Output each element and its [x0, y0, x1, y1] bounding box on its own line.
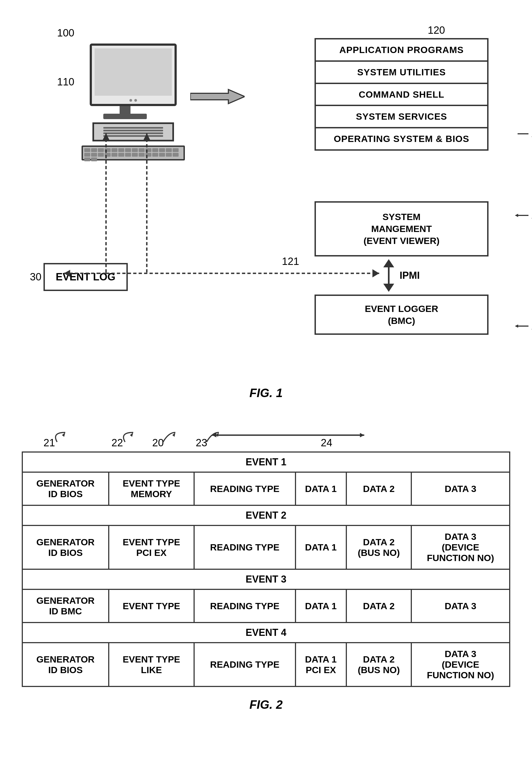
- svg-marker-1: [515, 214, 518, 217]
- event1-header-row: EVENT 1: [22, 452, 510, 472]
- monitor-base: [103, 114, 147, 119]
- key: [166, 148, 172, 152]
- application-programs-box: APPLICATION PROGRAMS: [315, 38, 488, 62]
- fig2-diagram: 21 22 20 23 24 EVENT 1: [22, 416, 510, 712]
- brace-123: [515, 130, 531, 138]
- event2-data-row: GENERATORID BIOS EVENT TYPEPCI EX READIN…: [22, 526, 510, 569]
- key: [111, 153, 117, 157]
- key: [84, 157, 90, 161]
- key: [91, 148, 97, 152]
- event4-data2: DATA 2(BUS NO): [346, 643, 411, 686]
- system-utilities-box: SYSTEM UTILITIES: [315, 62, 488, 84]
- event4-data-row: GENERATORID BIOS EVENT TYPELIKE READING …: [22, 643, 510, 686]
- cpu-box: [93, 123, 174, 141]
- key: [91, 157, 97, 161]
- key: [173, 153, 178, 157]
- software-stack: APPLICATION PROGRAMS SYSTEM UTILITIES CO…: [315, 38, 488, 151]
- event1-reading-type: READING TYPE: [194, 472, 295, 505]
- arrow-20-svg: [160, 430, 177, 443]
- key: [139, 153, 145, 157]
- svg-marker-19: [212, 433, 216, 437]
- event2-data1: DATA 1: [296, 526, 346, 569]
- event3-data1: DATA 1: [296, 589, 346, 623]
- monitor-dot: [134, 99, 137, 102]
- event4-reading-type: READING TYPE: [194, 643, 295, 686]
- key: [159, 153, 165, 157]
- system-services-box: SYSTEM SERVICES: [315, 106, 488, 128]
- event4-label: EVENT 4: [22, 623, 510, 643]
- key: [132, 148, 138, 152]
- event2-reading-type: READING TYPE: [194, 526, 295, 569]
- arrow-up: [383, 259, 394, 267]
- key: [98, 153, 104, 157]
- event2-data2: DATA 2(BUS NO): [346, 526, 411, 569]
- event3-event-type: EVENT TYPE: [109, 589, 194, 623]
- event2-header-row: EVENT 2: [22, 505, 510, 526]
- monitor-screen: [95, 48, 172, 96]
- label-121: 121: [282, 256, 299, 267]
- label-111-group: 111: [515, 321, 532, 332]
- monitor-stand: [120, 106, 130, 114]
- event3-data2: DATA 2: [346, 589, 411, 623]
- label-120: 120: [428, 25, 445, 36]
- ipmi-vertical-arrows: [383, 259, 394, 292]
- monitor: [90, 44, 177, 106]
- key: [146, 153, 151, 157]
- event3-data-row: GENERATORID BMC EVENT TYPE READING TYPE …: [22, 589, 510, 623]
- event3-label: EVENT 3: [22, 569, 510, 589]
- vert-line: [388, 267, 389, 284]
- key: [84, 153, 90, 157]
- computer-illustration: [82, 44, 185, 152]
- monitor-dots: [129, 99, 137, 102]
- fig1-caption: FIG. 1: [22, 386, 510, 400]
- label-111: 111: [531, 321, 532, 332]
- event1-event-type: EVENT TYPEMEMORY: [109, 472, 194, 505]
- key: [152, 148, 158, 152]
- arrow-computer-to-stack: [190, 88, 245, 105]
- key: [159, 148, 165, 152]
- key: [139, 148, 145, 152]
- label-110: 110: [57, 76, 74, 88]
- event4-event-type: EVENT TYPELIKE: [109, 643, 194, 686]
- arrow-24-svg: [212, 430, 375, 441]
- cpu-line: [103, 135, 163, 137]
- ipmi-area: SYSTEMMANGEMENT(EVENT VIEWER) 122 IPMI 1…: [315, 201, 488, 335]
- event1-data1: DATA 1: [296, 472, 346, 505]
- key: [105, 148, 111, 152]
- label-122-group: 122: [515, 209, 532, 221]
- label-100: 100: [57, 27, 74, 39]
- event1-label: EVENT 1: [22, 452, 510, 472]
- cpu-line: [103, 133, 163, 134]
- os-bios-box: OPERATING SYSTEM & BIOS: [315, 128, 488, 151]
- arrow-22-svg: [117, 430, 133, 443]
- keyboard: [82, 146, 185, 160]
- sys-management-box: SYSTEMMANGEMENT(EVENT VIEWER): [315, 201, 488, 256]
- event4-data1: DATA 1PCI EX: [296, 643, 346, 686]
- arrow-111: [515, 322, 528, 330]
- label-122: 122: [531, 209, 532, 221]
- key: [173, 148, 178, 152]
- ipmi-arrows-group: IPMI: [315, 256, 488, 295]
- key: [125, 153, 131, 157]
- event-log-box: EVENT LOG: [44, 263, 128, 291]
- arrow-21-svg: [49, 430, 65, 443]
- ipmi-label: IPMI: [400, 259, 420, 292]
- cpu-lines: [103, 127, 163, 137]
- event1-data-row: GENERATORID BIOS EVENT TYPEMEMORY READIN…: [22, 472, 510, 505]
- svg-marker-2: [515, 325, 518, 328]
- arrow-svg: [190, 88, 245, 105]
- event-logger-box: EVENT LOGGER(BMC): [315, 295, 488, 335]
- label-123: 123: [531, 128, 532, 140]
- event1-data3: DATA 3: [411, 472, 510, 505]
- fig2-table: EVENT 1 GENERATORID BIOS EVENT TYPEMEMOR…: [22, 451, 510, 687]
- key: [166, 153, 172, 157]
- key: [111, 148, 117, 152]
- key: [105, 153, 111, 157]
- fig2-column-labels: 21 22 20 23 24: [22, 416, 510, 451]
- event2-label: EVENT 2: [22, 505, 510, 526]
- event1-generator: GENERATORID BIOS: [22, 472, 109, 505]
- event3-data3: DATA 3: [411, 589, 510, 623]
- event2-data3: DATA 3(DEVICEFUNCTION NO): [411, 526, 510, 569]
- command-shell-box: COMMAND SHELL: [315, 84, 488, 106]
- arrow-down: [383, 284, 394, 292]
